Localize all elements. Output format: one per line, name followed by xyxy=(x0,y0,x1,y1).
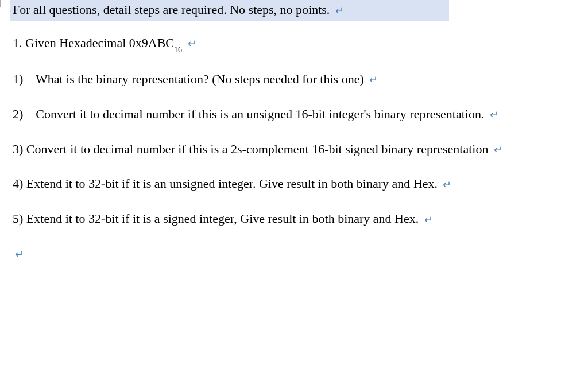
paragraph-mark-icon: ↵ xyxy=(424,213,433,227)
paragraph-mark-icon: ↵ xyxy=(490,108,498,122)
instruction-highlight: For all questions, detail steps are requ… xyxy=(10,0,449,21)
question-1-header: 1. Given Hexadecimal 0x9ABC16 ↵ xyxy=(13,34,574,53)
paragraph-mark-icon: ↵ xyxy=(15,247,24,262)
instruction-text: For all questions, detail steps are requ… xyxy=(13,2,330,17)
q1-3-text: 3) Convert it to decimal number if this … xyxy=(13,142,488,156)
page-corner-mark xyxy=(0,0,11,7)
document-page: For all questions, detail steps are requ… xyxy=(0,0,588,263)
paragraph-mark-icon: ↵ xyxy=(369,73,378,87)
q1-2-text: 2) Convert it to decimal number if this … xyxy=(13,107,484,121)
q1-subscript: 16 xyxy=(174,45,182,54)
paragraph-mark-icon: ↵ xyxy=(188,37,196,51)
paragraph-mark-icon: ↵ xyxy=(335,5,344,17)
q1-header-text: 1. Given Hexadecimal 0x9ABC xyxy=(13,36,174,50)
q1-5-text: 5) Extend it to 32-bit if it is a signed… xyxy=(13,211,419,226)
paragraph-mark-icon: ↵ xyxy=(443,178,451,192)
question-1-part-5: 5) Extend it to 32-bit if it is a signed… xyxy=(13,210,574,228)
question-1-part-1: 1) What is the binary representation? (N… xyxy=(13,71,574,88)
q1-4-text: 4) Extend it to 32-bit if it is an unsig… xyxy=(13,176,438,191)
q1-1-text: 1) What is the binary representation? (N… xyxy=(13,72,364,86)
question-1-part-4: 4) Extend it to 32-bit if it is an unsig… xyxy=(13,175,574,193)
question-1-part-3: 3) Convert it to decimal number if this … xyxy=(13,141,574,158)
paragraph-mark-icon: ↵ xyxy=(494,143,502,157)
question-1-part-2: 2) Convert it to decimal number if this … xyxy=(13,106,574,123)
empty-paragraph: ↵ xyxy=(13,245,574,263)
